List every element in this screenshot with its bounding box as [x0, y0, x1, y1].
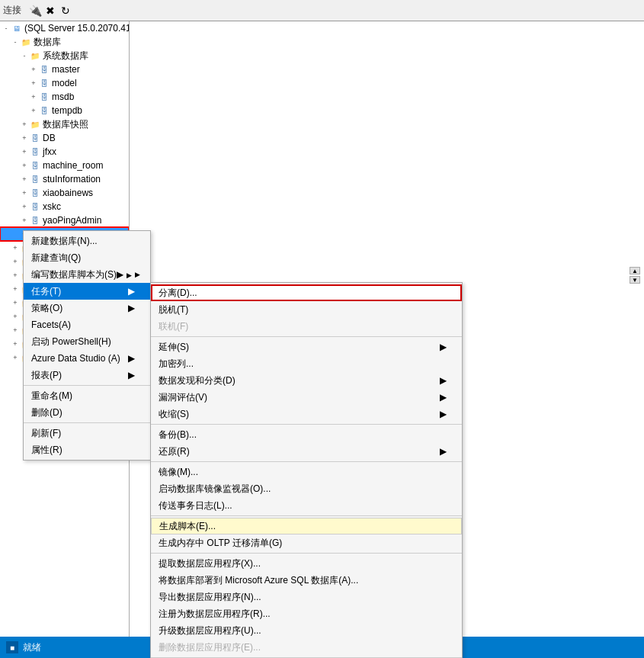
- ctx-policy[interactable]: 策略(O) ▶: [24, 300, 150, 316]
- ctx2-upgrade-dac-label: 升级数据层应用程序(U)...: [159, 624, 261, 637]
- ctx-delete[interactable]: 删除(D): [24, 404, 150, 421]
- refresh-icon[interactable]: ↻: [58, 3, 73, 18]
- ctx2-extract-dac[interactable]: 提取数据层应用程序(X)...: [151, 555, 462, 572]
- db-xskc[interactable]: 🗄 xskc: [0, 200, 129, 213]
- expand-integration[interactable]: [11, 326, 20, 335]
- expand-polybase[interactable]: [11, 284, 20, 294]
- ctx2-ship-log[interactable]: 传送事务日志(L)...: [151, 497, 462, 514]
- ctx-refresh-label: 刷新(F): [31, 427, 61, 440]
- db-model-label: model: [52, 78, 77, 88]
- expand-xiaobainews[interactable]: [20, 188, 29, 197]
- expand-xevent[interactable]: [11, 353, 20, 362]
- databases-folder[interactable]: 📁 数据库: [0, 35, 129, 49]
- expand-yaoPing[interactable]: [20, 216, 29, 225]
- expand-jfxx[interactable]: [20, 147, 29, 156]
- expand-snapshot[interactable]: [20, 120, 29, 129]
- db-stuInformation[interactable]: 🗄 stuInformation: [0, 172, 129, 186]
- ctx2-export-dac[interactable]: 导出数据层应用程序(N)...: [151, 589, 462, 605]
- ctx2-stretch[interactable]: 延伸(S) ▶: [151, 339, 462, 355]
- ctx-reports-arrow: ▶: [128, 370, 135, 380]
- ctx2-take-offline[interactable]: 脱机(T): [151, 301, 462, 318]
- ctx2-vuln-assess-arrow: ▶: [440, 392, 447, 403]
- databases-folder-icon: 📁: [20, 36, 32, 48]
- db-yaoPingAdmin[interactable]: 🗄 yaoPingAdmin: [0, 213, 129, 227]
- db-xiaobainews[interactable]: 🗄 xiaobainews: [0, 186, 129, 200]
- expand-system-dbs[interactable]: [20, 51, 29, 60]
- expand-server-objects[interactable]: [11, 257, 20, 266]
- resize-arrows[interactable]: ▲ ▼: [630, 267, 640, 284]
- connect-icon[interactable]: 🔌: [27, 3, 43, 18]
- ctx2-stretch-arrow: ▶: [440, 342, 447, 352]
- ctx2-mirror[interactable]: 镜像(M)...: [151, 464, 462, 480]
- ctx-azure-studio[interactable]: Azure Data Studio (A) ▶: [24, 350, 150, 367]
- expand-server[interactable]: [2, 24, 11, 33]
- ctx2-detach[interactable]: 分离(D)...: [151, 284, 462, 301]
- expand-always-on[interactable]: [11, 298, 20, 307]
- expand-msdb[interactable]: [29, 92, 38, 101]
- ctx-reports[interactable]: 报表(P) ▶: [24, 367, 150, 384]
- ctx-rename[interactable]: 重命名(M): [24, 387, 150, 404]
- ctx2-data-discovery[interactable]: 数据发现和分类(D) ▶: [151, 372, 462, 389]
- expand-stuInfo[interactable]: [20, 175, 29, 184]
- ctx2-upgrade-dac[interactable]: 升级数据层应用程序(U)...: [151, 622, 462, 639]
- ctx-new-database[interactable]: 新建数据库(N)...: [24, 233, 150, 249]
- expand-DB[interactable]: [20, 133, 29, 143]
- db-machine-room[interactable]: 🗄 machine_room: [0, 159, 129, 172]
- db-msdb[interactable]: 🗄 msdb: [0, 90, 129, 104]
- db-tempdb[interactable]: 🗄 tempdb: [0, 104, 129, 117]
- ctx-policy-label: 策略(O): [31, 302, 62, 315]
- expand-databases[interactable]: [11, 37, 20, 47]
- ctx-new-query[interactable]: 新建查询(Q): [24, 249, 150, 266]
- ctx2-mirror-monitor[interactable]: 启动数据库镜像监视器(O)...: [151, 480, 462, 497]
- expand-master[interactable]: [29, 65, 38, 74]
- toolbar-label: 连接: [3, 4, 21, 17]
- db-master[interactable]: 🗄 master: [0, 63, 129, 76]
- expand-management[interactable]: [11, 312, 20, 321]
- ctx2-delete-dac-label: 删除数据层应用程序(E)...: [159, 641, 261, 654]
- expand-xskc[interactable]: [20, 202, 29, 211]
- ctx2-encrypt-cols[interactable]: 加密列...: [151, 355, 462, 372]
- db-machine-room-icon: 🗄: [29, 159, 41, 172]
- ctx-script-database[interactable]: 编写数据库脚本为(S) ▶: [24, 266, 150, 283]
- ctx2-backup[interactable]: 备份(B)...: [151, 426, 462, 443]
- system-databases-folder[interactable]: 📁 系统数据库: [0, 49, 129, 63]
- db-xskc-icon: 🗄: [29, 201, 41, 213]
- ctx2-mirror-monitor-label: 启动数据库镜像监视器(O)...: [159, 483, 271, 496]
- expand-model[interactable]: [29, 79, 38, 88]
- expand-sql-agent[interactable]: [11, 339, 20, 348]
- system-db-folder-icon: 📁: [29, 50, 41, 62]
- ctx-azure-studio-arrow: ▶: [128, 353, 135, 364]
- server-root[interactable]: 🖥 (SQL Server 15.0.2070.41 - LAPTOP-BCNS…: [0, 21, 129, 35]
- ctx2-encrypt-cols-label: 加密列...: [159, 358, 194, 371]
- expand-machine-room[interactable]: [20, 161, 29, 170]
- ctx2-oltp-migrate[interactable]: 生成内存中 OLTP 迁移清单(G): [151, 534, 462, 551]
- db-snapshot-folder[interactable]: 📁 数据库快照: [0, 117, 129, 131]
- db-DB[interactable]: 🗄 DB: [0, 131, 129, 145]
- ctx-powershell[interactable]: 启动 PowerShell(H): [24, 333, 150, 350]
- ctx-tasks-arrow: ▶: [128, 286, 135, 297]
- ctx-tasks[interactable]: 任务(T) ▶: [24, 283, 150, 300]
- ctx2-vuln-assess[interactable]: 漏洞评估(V) ▶: [151, 389, 462, 406]
- ctx2-shrink[interactable]: 收缩(S) ▶: [151, 406, 462, 422]
- ctx2-generate-scripts[interactable]: 生成脚本(E)...: [151, 518, 462, 534]
- ctx2-sep-5: [151, 553, 462, 554]
- expand-tempdb[interactable]: [29, 106, 38, 115]
- ctx2-export-dac-label: 导出数据层应用程序(N)...: [159, 591, 261, 604]
- ctx2-deploy-azure[interactable]: 将数据库部署到 Microsoft Azure SQL 数据库(A)...: [151, 572, 462, 589]
- ctx-refresh[interactable]: 刷新(F): [24, 425, 150, 441]
- disconnect-icon[interactable]: ✖: [43, 3, 58, 18]
- ctx-facets[interactable]: Facets(A): [24, 316, 150, 333]
- arrow-up[interactable]: ▲: [630, 267, 640, 274]
- expand-security[interactable]: [11, 243, 20, 252]
- db-xskc-label: xskc: [43, 201, 61, 212]
- ctx2-sep-1: [151, 336, 462, 337]
- arrow-down[interactable]: ▼: [630, 276, 640, 284]
- expand-replication[interactable]: [11, 271, 20, 280]
- db-jfxx[interactable]: 🗄 jfxx: [0, 145, 129, 159]
- db-model[interactable]: 🗄 model: [0, 76, 129, 90]
- ctx2-register-dac[interactable]: 注册为数据层应用程序(R)...: [151, 605, 462, 622]
- db-yaoPing-label: yaoPingAdmin: [43, 215, 101, 226]
- ctx-new-query-label: 新建查询(Q): [31, 252, 81, 265]
- ctx-properties[interactable]: 属性(R): [24, 441, 150, 458]
- ctx2-restore[interactable]: 还原(R) ▶: [151, 443, 462, 460]
